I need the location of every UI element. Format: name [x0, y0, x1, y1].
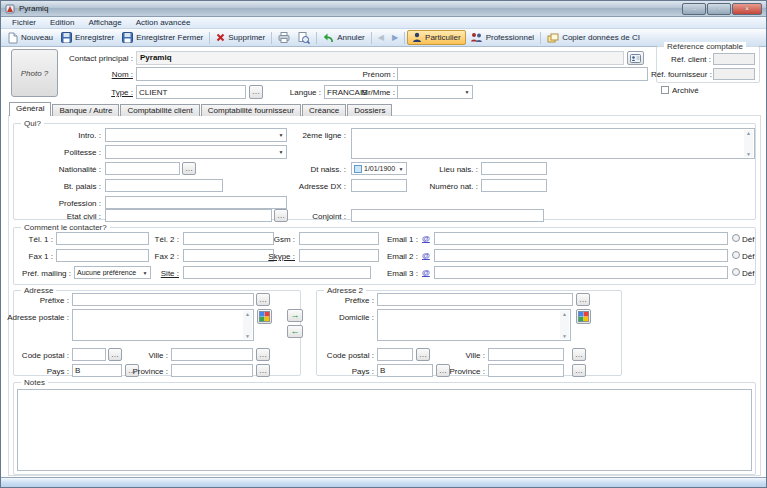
- tab-comptabilite-client[interactable]: Comptabilité client: [120, 104, 199, 116]
- minimize-button[interactable]: –: [682, 3, 706, 15]
- annuler-button[interactable]: Annuler: [319, 31, 369, 44]
- photo-button[interactable]: Photo ?: [11, 49, 58, 97]
- print-button[interactable]: [274, 31, 294, 44]
- lieu-nais-input[interactable]: [481, 162, 547, 175]
- adr1-province-input[interactable]: [171, 364, 253, 377]
- adr2-ville-input[interactable]: [488, 348, 564, 361]
- tab-creance[interactable]: Créance: [302, 104, 346, 116]
- email1-at-icon[interactable]: @: [422, 234, 430, 243]
- supprimer-button[interactable]: Supprimer: [212, 32, 269, 43]
- email3-input[interactable]: [434, 266, 728, 279]
- adr1-ville-input[interactable]: [171, 348, 253, 361]
- tab-banque-autre[interactable]: Banque / Autre: [52, 104, 119, 116]
- close-button[interactable]: ×: [732, 3, 762, 15]
- adr2-map-button[interactable]: [576, 309, 591, 324]
- scroll-down-icon[interactable]: ▼: [245, 333, 250, 339]
- type-label[interactable]: Type :: [103, 88, 133, 97]
- email1-def-radio[interactable]: [732, 234, 740, 242]
- print-preview-button[interactable]: [294, 31, 314, 45]
- adr1-prefixe-input[interactable]: [72, 293, 254, 306]
- adr1-ville-browse-button[interactable]: …: [256, 348, 270, 361]
- tel1-input[interactable]: [56, 232, 149, 245]
- copier-donnees-button[interactable]: Copier données de CI: [543, 32, 644, 44]
- adr1-pays-input[interactable]: [72, 364, 122, 377]
- adr2-province-browse-button[interactable]: …: [572, 364, 586, 377]
- nom-label[interactable]: Nom :: [103, 70, 133, 79]
- adr2-code-postal-browse-button[interactable]: …: [416, 348, 430, 361]
- pref-mailing-combobox[interactable]: Aucune préférence ▼: [74, 266, 151, 279]
- intro-combobox[interactable]: ▼: [105, 128, 287, 142]
- domicile-textarea[interactable]: ▲ ▼: [377, 309, 571, 341]
- scroll-up-icon[interactable]: ▲: [245, 311, 250, 317]
- tab-general[interactable]: Général: [9, 102, 51, 116]
- conjoint-input[interactable]: [351, 209, 544, 222]
- adr1-code-postal-browse-button[interactable]: …: [108, 348, 122, 361]
- copy-address-left-button[interactable]: ←: [287, 325, 303, 338]
- scrollbar[interactable]: ▲ ▼: [560, 311, 569, 339]
- adr2-ville-browse-button[interactable]: …: [572, 348, 586, 361]
- adr2-code-postal-input[interactable]: [377, 348, 413, 361]
- scrollbar[interactable]: ▲ ▼: [744, 130, 753, 157]
- email1-input[interactable]: [434, 232, 728, 245]
- professionnel-toggle[interactable]: Professionnel: [466, 31, 538, 44]
- menu-edition[interactable]: Edition: [43, 17, 81, 28]
- adr2-prefixe-input[interactable]: [377, 293, 573, 306]
- enregistrer-fermer-button[interactable]: Enregistrer Fermer: [118, 31, 207, 44]
- copy-address-right-button[interactable]: →: [287, 309, 303, 322]
- email2-at-icon[interactable]: @: [422, 251, 430, 260]
- etat-civil-input[interactable]: [105, 209, 272, 222]
- skype-label[interactable]: Skype :: [261, 252, 295, 261]
- numero-nat-input[interactable]: [481, 179, 547, 192]
- type-browse-button[interactable]: …: [249, 85, 263, 99]
- adresse-postale-textarea[interactable]: ▲ ▼: [72, 309, 254, 341]
- adr1-code-postal-input[interactable]: [72, 348, 106, 361]
- scroll-down-icon[interactable]: ▼: [746, 151, 751, 157]
- site-input[interactable]: [183, 266, 371, 279]
- nationalite-browse-button[interactable]: …: [182, 162, 196, 175]
- adr1-province-browse-button[interactable]: …: [256, 364, 270, 377]
- politesse-combobox[interactable]: ▼: [105, 145, 287, 159]
- scrollbar[interactable]: ▲ ▼: [243, 311, 252, 339]
- adresse-dx-input[interactable]: [351, 179, 407, 192]
- type-input[interactable]: [136, 85, 246, 99]
- etat-civil-browse-button[interactable]: …: [274, 209, 288, 222]
- title-bar[interactable]: Pyramiq – ▫ ×: [1, 1, 766, 17]
- skype-input[interactable]: [299, 249, 379, 262]
- nationalite-input[interactable]: [105, 162, 180, 175]
- maximize-button[interactable]: ▫: [707, 3, 731, 15]
- particulier-toggle[interactable]: Particulier: [407, 30, 466, 45]
- adr2-pays-input[interactable]: [377, 364, 433, 377]
- email2-input[interactable]: [434, 249, 728, 262]
- dt-naiss-datepicker[interactable]: 1/01/1900 ▼: [351, 162, 407, 175]
- prenom-input[interactable]: [397, 67, 648, 81]
- archive-checkbox[interactable]: [661, 86, 669, 94]
- enregistrer-button[interactable]: Enregistrer: [57, 31, 118, 44]
- scroll-up-icon[interactable]: ▲: [562, 311, 567, 317]
- adr2-province-input[interactable]: [488, 364, 564, 377]
- tab-comptabilite-fournisseur[interactable]: Comptabilité fournisseur: [201, 104, 301, 116]
- next-record-button[interactable]: ▶: [388, 32, 402, 44]
- email3-at-icon[interactable]: @: [422, 268, 430, 277]
- menu-fichier[interactable]: Fichier: [5, 17, 43, 28]
- adr2-prefixe-browse-button[interactable]: …: [576, 293, 590, 306]
- previous-record-button[interactable]: ◀: [374, 32, 388, 44]
- contact-card-button[interactable]: [627, 51, 644, 65]
- email2-def-radio[interactable]: [732, 251, 740, 259]
- scroll-down-icon[interactable]: ▼: [562, 333, 567, 339]
- bt-palais-input[interactable]: [105, 179, 223, 192]
- menu-affichage[interactable]: Affichage: [81, 17, 128, 28]
- fax1-input[interactable]: [56, 249, 149, 262]
- notes-textarea[interactable]: [17, 389, 752, 471]
- tab-dossiers[interactable]: Dossiers: [347, 104, 392, 116]
- email3-def-radio[interactable]: [732, 268, 740, 276]
- date-checkbox[interactable]: [354, 165, 362, 173]
- scroll-up-icon[interactable]: ▲: [746, 130, 751, 136]
- site-label[interactable]: Site :: [151, 269, 179, 278]
- deuxieme-ligne-textarea[interactable]: ▲ ▼: [351, 128, 755, 159]
- adr1-prefixe-browse-button[interactable]: …: [256, 293, 270, 306]
- adr1-map-button[interactable]: [257, 309, 272, 324]
- profession-input[interactable]: [105, 196, 287, 209]
- nouveau-button[interactable]: Nouveau: [3, 31, 57, 45]
- gsm-input[interactable]: [299, 232, 379, 245]
- menu-action-avancee[interactable]: Action avancée: [129, 17, 198, 28]
